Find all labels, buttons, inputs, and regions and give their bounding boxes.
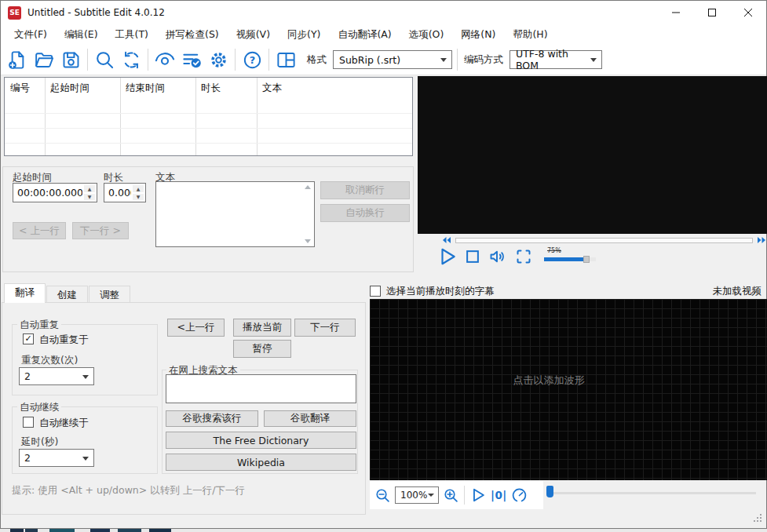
web-search-input[interactable] bbox=[166, 374, 356, 403]
app-icon: SE bbox=[8, 6, 21, 20]
toolbar-separator bbox=[87, 49, 88, 71]
repeat-count-value: 2 bbox=[24, 370, 31, 382]
tab-translate[interactable]: 翻译 bbox=[4, 283, 46, 303]
menu-autotranslate[interactable]: 自动翻译(A) bbox=[329, 25, 400, 45]
spinner-arrows[interactable]: ▲▼ bbox=[132, 184, 144, 201]
subtitle-text-area[interactable] bbox=[155, 181, 315, 247]
menu-file[interactable]: 文件(F) bbox=[5, 25, 56, 45]
column-duration[interactable]: 时长 bbox=[195, 78, 257, 98]
find-icon[interactable] bbox=[91, 47, 118, 72]
waveform-zoom-combobox[interactable]: 100% bbox=[395, 486, 439, 504]
scroll-up-icon[interactable] bbox=[305, 185, 311, 189]
menu-options[interactable]: 选项(O) bbox=[400, 25, 453, 45]
stop-icon[interactable] bbox=[464, 248, 481, 265]
play-current-button[interactable]: 播放当前 bbox=[233, 319, 291, 337]
video-seek-bar[interactable] bbox=[455, 238, 753, 243]
start-time-input[interactable] bbox=[13, 184, 82, 202]
menu-edit[interactable]: 编辑(E) bbox=[56, 25, 107, 45]
chevron-down-icon bbox=[440, 58, 447, 62]
column-end-time[interactable]: 结束时间 bbox=[120, 78, 195, 98]
google-search-line-button[interactable]: 谷歌搜索该行 bbox=[166, 410, 258, 427]
zoom-in-icon[interactable] bbox=[443, 487, 459, 504]
google-translate-button[interactable]: 谷歌翻译 bbox=[264, 410, 356, 427]
wikipedia-button[interactable]: Wikipedia bbox=[166, 454, 356, 471]
column-divider bbox=[195, 78, 196, 155]
tab-adjust[interactable]: 调整 bbox=[89, 286, 130, 303]
spin-up-icon[interactable]: ▲ bbox=[133, 185, 144, 192]
waveform-position-thumb[interactable] bbox=[546, 486, 553, 497]
play-icon[interactable] bbox=[437, 246, 458, 267]
edit-line-panel: 起始时间 ▲▼ 时长 ▲▼ 文本 取消断行 自动换行 < 上一行 下一行 > bbox=[2, 166, 414, 272]
menu-spellcheck[interactable]: 拼写检查(S) bbox=[157, 25, 228, 45]
unbreak-button[interactable]: 取消断行 bbox=[320, 181, 410, 199]
replace-icon[interactable] bbox=[118, 47, 144, 72]
mode-tabs: 翻译 创建 调整 bbox=[4, 283, 131, 303]
duration-spinner[interactable]: ▲▼ bbox=[104, 183, 146, 202]
rewind-icon[interactable] bbox=[442, 236, 451, 244]
zoom-out-icon[interactable] bbox=[374, 487, 391, 504]
taskbar-segment bbox=[49, 529, 75, 532]
close-button[interactable] bbox=[730, 1, 766, 24]
encoding-combobox[interactable]: UTF-8 with BOM bbox=[510, 50, 602, 69]
auto-continue-checkbox[interactable] bbox=[23, 417, 34, 428]
spin-down-icon[interactable]: ▼ bbox=[133, 194, 144, 201]
video-screen[interactable] bbox=[418, 76, 767, 234]
playback-speed-icon[interactable] bbox=[511, 487, 528, 504]
column-text[interactable]: 文本 bbox=[257, 78, 412, 98]
forward-icon[interactable] bbox=[757, 236, 766, 244]
start-time-spinner[interactable]: ▲▼ bbox=[13, 183, 97, 202]
auto-continue-checkbox-label: 自动继续于 bbox=[39, 417, 89, 430]
auto-repeat-checkbox[interactable]: ✓ bbox=[23, 333, 34, 344]
menu-bar: 文件(F) 编辑(E) 工具(T) 拼写检查(S) 视频(V) 同步(Y) 自动… bbox=[1, 24, 766, 45]
spell-check-icon[interactable] bbox=[178, 47, 205, 72]
menu-tools[interactable]: 工具(T) bbox=[107, 25, 157, 45]
mute-icon[interactable] bbox=[488, 247, 508, 266]
waveform-controls: 100% |0| bbox=[370, 481, 543, 509]
auto-repeat-checkbox-label: 自动重复于 bbox=[39, 333, 89, 347]
next-line-button-2[interactable]: 下一行 bbox=[294, 319, 356, 337]
textarea-scrollbar[interactable] bbox=[301, 182, 314, 246]
video-status-label: 未加载视频 bbox=[713, 285, 762, 298]
duration-input[interactable] bbox=[104, 184, 131, 202]
free-dictionary-button[interactable]: The Free Dictionary bbox=[166, 432, 356, 449]
layout-icon[interactable] bbox=[272, 47, 299, 72]
menu-network[interactable]: 网络(N) bbox=[452, 25, 504, 45]
select-current-subtitle-checkbox[interactable] bbox=[370, 286, 381, 297]
spinner-arrows[interactable]: ▲▼ bbox=[83, 184, 96, 201]
tab-create[interactable]: 创建 bbox=[46, 286, 88, 303]
minimize-button[interactable] bbox=[658, 1, 694, 24]
spin-up-icon[interactable]: ▲ bbox=[84, 185, 95, 192]
open-file-icon[interactable] bbox=[31, 47, 57, 72]
prev-line-button[interactable]: <上一行 bbox=[167, 319, 225, 337]
column-start-time[interactable]: 起始时间 bbox=[45, 78, 120, 98]
scroll-down-icon[interactable] bbox=[305, 239, 311, 243]
waveform-play-icon[interactable] bbox=[469, 486, 487, 504]
repeat-count-combobox[interactable]: 2 bbox=[19, 367, 94, 385]
maximize-button[interactable] bbox=[694, 1, 730, 24]
format-combobox[interactable]: SubRip (.srt) bbox=[333, 50, 452, 69]
save-icon[interactable] bbox=[57, 47, 84, 72]
spin-down-icon[interactable]: ▼ bbox=[84, 194, 95, 201]
play-current-second-icon[interactable]: |0| bbox=[491, 489, 507, 501]
menu-video[interactable]: 视频(V) bbox=[228, 25, 279, 45]
resize-grip[interactable] bbox=[754, 514, 762, 522]
waveform-area[interactable]: 点击以添加波形 bbox=[370, 299, 767, 480]
fullscreen-icon[interactable] bbox=[514, 247, 533, 266]
volume-thumb[interactable] bbox=[583, 256, 590, 263]
visual-sync-icon[interactable] bbox=[152, 47, 178, 72]
menu-help[interactable]: 帮助(H) bbox=[504, 25, 556, 45]
taskbar-segment bbox=[118, 529, 141, 532]
subtitle-list[interactable]: 编号 起始时间 结束时间 时长 文本 bbox=[4, 77, 413, 156]
new-file-icon[interactable] bbox=[4, 47, 31, 72]
next-line-button[interactable]: 下一行 > bbox=[72, 222, 129, 239]
settings-icon[interactable] bbox=[205, 47, 232, 72]
column-number[interactable]: 编号 bbox=[5, 78, 45, 98]
help-icon[interactable]: ? bbox=[239, 47, 265, 72]
autobreak-button[interactable]: 自动换行 bbox=[320, 204, 410, 222]
delay-combobox[interactable]: 2 bbox=[19, 449, 94, 467]
volume-slider[interactable] bbox=[544, 257, 596, 261]
pause-button[interactable]: 暂停 bbox=[233, 340, 291, 358]
waveform-position-slider[interactable] bbox=[553, 492, 756, 494]
previous-line-button[interactable]: < 上一行 bbox=[13, 222, 66, 239]
menu-sync[interactable]: 同步(Y) bbox=[279, 25, 329, 45]
